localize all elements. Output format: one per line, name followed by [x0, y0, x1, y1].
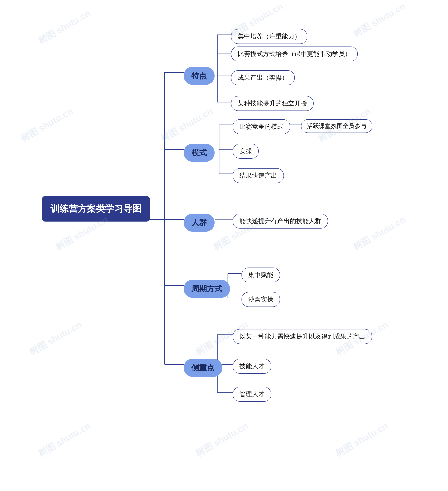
leaf-m2: 实操	[233, 144, 259, 159]
branch-cezhong: 侧重点	[184, 359, 222, 377]
leaf-m1: 比赛竞争的模式	[233, 119, 290, 134]
leaf-r1: 能快递提升有产出的技能人群	[233, 214, 328, 228]
root-label: 训练营方案类学习导图	[50, 204, 141, 214]
branch-moshi: 模式	[184, 144, 214, 162]
leaf-t1: 集中培养（注重能力）	[231, 29, 307, 44]
leaf-c2: 技能人才	[233, 359, 271, 374]
root-node: 训练营方案类学习导图	[42, 196, 150, 222]
leaf-c1: 以某一种能力需快速提升以及得到成果的产出	[233, 329, 372, 344]
leaf-t3: 成果产出（实操）	[231, 70, 295, 85]
branch-zhouqi: 周期方式	[184, 280, 230, 298]
leaf-z1: 集中赋能	[242, 267, 280, 282]
leaf-z2: 沙盘实操	[242, 292, 280, 307]
leaf-m1s1: 活跃课堂氛围全员参与	[301, 119, 372, 133]
leaf-m3: 结果快速产出	[233, 168, 284, 183]
mind-map: 训练营方案类学习导图 特点 集中培养（注重能力） 比赛模式方式培养（课中更能带动…	[31, 18, 417, 473]
connector-lines	[31, 18, 417, 473]
leaf-t2: 比赛模式方式培养（课中更能带动学员）	[231, 47, 358, 61]
branch-tezheng: 特点	[184, 67, 214, 85]
leaf-t4: 某种技能提升的独立开授	[231, 96, 314, 111]
leaf-c3: 管理人才	[233, 387, 271, 402]
branch-renqun: 人群	[184, 214, 214, 232]
